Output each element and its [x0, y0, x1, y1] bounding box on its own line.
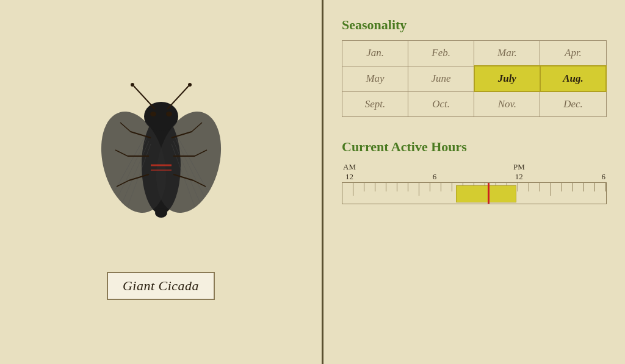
ruler-tick	[562, 183, 573, 191]
ruler-tick	[518, 183, 529, 191]
season-cell: Apr.	[540, 41, 606, 66]
ruler-tick	[430, 183, 441, 191]
svg-line-5	[167, 86, 189, 109]
season-cell: Feb.	[408, 41, 474, 66]
season-cell: June	[408, 66, 474, 91]
season-cell: Mar.	[474, 41, 540, 66]
svg-point-3	[166, 112, 172, 116]
season-cell: Nov.	[474, 91, 540, 117]
timeline-ruler	[342, 182, 607, 204]
season-cell: Sept.	[342, 91, 408, 117]
ruler-tick	[408, 183, 419, 195]
active-bar	[456, 185, 516, 202]
svg-point-7	[188, 83, 192, 87]
label-pm-text: PM	[513, 162, 525, 172]
svg-point-2	[150, 112, 156, 116]
ruler-tick	[573, 183, 584, 191]
season-grid: Jan.Feb.Mar.Apr.MayJuneJulyAug.Sept.Oct.…	[342, 40, 607, 117]
cicada-svg	[97, 68, 225, 251]
season-cell: Dec.	[540, 91, 606, 117]
main-container: Giant Cicada Seasonality Jan.Feb.Mar.Apr…	[0, 0, 625, 364]
ruler-tick	[419, 183, 430, 191]
time-marker	[488, 183, 490, 204]
svg-point-32	[155, 208, 167, 218]
season-cell: Jan.	[342, 41, 408, 66]
active-hours-section: Current Active Hours AM 12 6 PM 12	[342, 139, 607, 204]
cicada-image	[94, 65, 228, 254]
active-hours-title: Current Active Hours	[342, 139, 607, 155]
ruler-tick	[441, 183, 452, 191]
label-pm12-text: 12	[515, 172, 523, 182]
right-panel: Seasonality Jan.Feb.Mar.Apr.MayJuneJulyA…	[323, 0, 625, 364]
label-6pm: 6	[602, 172, 606, 182]
season-cell: July	[474, 66, 540, 91]
insect-name-text: Giant Cicada	[123, 278, 199, 293]
ruler-tick	[342, 183, 353, 195]
svg-point-6	[131, 83, 134, 87]
insect-name-label: Giant Cicada	[107, 272, 215, 300]
label-6pm-bottom: 6	[602, 172, 606, 182]
seasonality-section: Seasonality Jan.Feb.Mar.Apr.MayJuneJulyA…	[342, 17, 607, 117]
ruler-tick	[386, 183, 397, 191]
ruler-tick	[375, 183, 386, 191]
ruler-tick	[584, 183, 595, 191]
ruler-tick	[397, 183, 408, 191]
label-am12: AM 12	[343, 162, 356, 181]
label-am-text: AM	[343, 162, 356, 172]
season-cell: Oct.	[408, 91, 474, 117]
label-6am: 6	[433, 172, 437, 182]
seasonality-title: Seasonality	[342, 17, 607, 33]
ruler-tick	[551, 183, 562, 191]
season-cell: May	[342, 66, 408, 91]
ruler-tick	[540, 183, 551, 195]
label-6am-bottom: 6	[433, 172, 437, 182]
ruler-tick	[595, 183, 606, 191]
label-12-text: 12	[345, 172, 353, 182]
ruler-tick	[529, 183, 540, 191]
label-pm12: PM 12	[513, 162, 525, 181]
season-cell: Aug.	[540, 66, 606, 91]
timeline-container: AM 12 6 PM 12 6	[342, 162, 607, 204]
left-panel: Giant Cicada	[0, 0, 323, 364]
ruler-tick	[353, 183, 364, 191]
timeline-labels: AM 12 6 PM 12 6	[342, 162, 607, 181]
ruler-tick	[364, 183, 375, 191]
svg-line-4	[134, 86, 155, 109]
